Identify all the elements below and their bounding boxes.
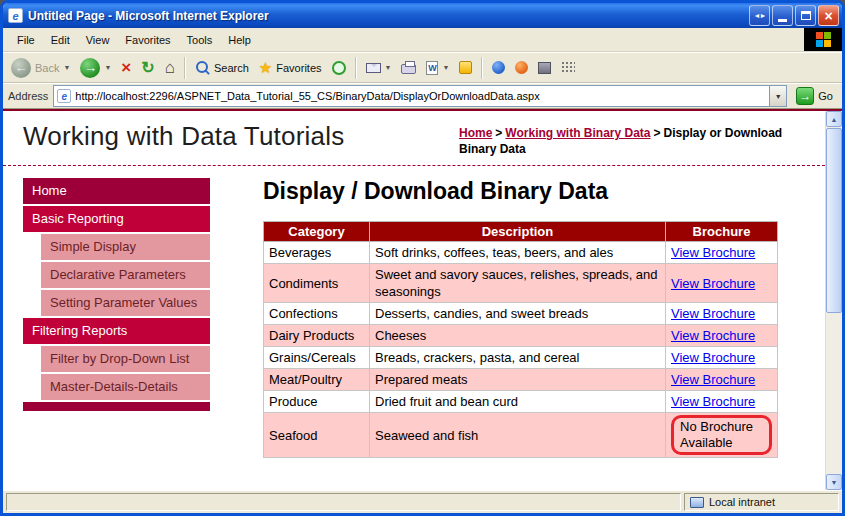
scrollbar-track[interactable] <box>826 314 842 474</box>
description-cell: Desserts, candies, and sweet breads <box>370 303 666 325</box>
minimize-button[interactable] <box>772 5 793 26</box>
back-button[interactable]: ← Back ▼ <box>7 56 74 80</box>
sidebar-item-simple-display[interactable]: Simple Display <box>41 234 210 260</box>
sidebar-item-master-details-details[interactable]: Master-Details-Details <box>41 374 210 400</box>
title-bar[interactable]: e Untitled Page - Microsoft Internet Exp… <box>3 3 842 28</box>
category-cell: Grains/Cereals <box>264 347 370 369</box>
menu-bar: File Edit View Favorites Tools Help <box>3 28 842 52</box>
addon-button-1[interactable] <box>488 59 509 76</box>
sidebar-item-partial[interactable] <box>23 402 210 411</box>
table-row: Produce Dried fruit and bean curd View B… <box>264 391 778 413</box>
menu-favorites[interactable]: Favorites <box>117 31 178 49</box>
mail-dropdown-icon[interactable]: ▼ <box>385 64 392 71</box>
refresh-button[interactable]: ↻ <box>137 58 158 78</box>
brochure-cell: View Brochure <box>666 303 778 325</box>
forward-button[interactable]: → ▼ <box>76 56 115 80</box>
view-brochure-link[interactable]: View Brochure <box>671 394 755 409</box>
building-icon <box>538 62 551 74</box>
edit-button[interactable]: W ▼ <box>422 59 453 77</box>
view-brochure-link[interactable]: View Brochure <box>671 372 755 387</box>
sidebar-nav: Home Basic Reporting Simple Display Decl… <box>23 178 210 411</box>
forward-dropdown-icon[interactable]: ▼ <box>104 64 111 71</box>
description-cell: Cheeses <box>370 325 666 347</box>
sidebar-item-filtering-reports[interactable]: Filtering Reports <box>23 318 210 344</box>
zone-label: Local intranet <box>709 496 775 508</box>
view-brochure-link[interactable]: View Brochure <box>671 276 755 291</box>
print-button[interactable] <box>397 59 420 76</box>
go-label: Go <box>818 90 833 102</box>
address-url[interactable]: http://localhost:2296/ASPNET_Data_Tutori… <box>71 90 769 102</box>
view-brochure-link[interactable]: View Brochure <box>671 306 755 321</box>
scrollbar-thumb[interactable] <box>826 128 842 313</box>
status-bar: Local intranet <box>3 490 842 513</box>
menu-file[interactable]: File <box>9 31 43 49</box>
breadcrumb: Home>Working with Binary Data>Display or… <box>459 121 811 157</box>
table-row: Confections Desserts, candies, and sweet… <box>264 303 778 325</box>
sidebar-item-declarative-parameters[interactable]: Declarative Parameters <box>41 262 210 288</box>
nav-toggle-button[interactable]: ◄► <box>749 5 770 26</box>
window-title: Untitled Page - Microsoft Internet Explo… <box>28 9 744 23</box>
favorites-button[interactable]: ★ Favorites <box>255 58 326 77</box>
brochure-cell: No Brochure Available <box>666 413 778 458</box>
sidebar-item-filter-by-dropdown-list[interactable]: Filter by Drop-Down List <box>41 346 210 372</box>
edit-dropdown-icon[interactable]: ▼ <box>442 64 449 71</box>
close-button[interactable]: × <box>818 5 839 26</box>
history-icon <box>332 61 346 75</box>
stop-button[interactable]: × <box>117 57 135 78</box>
column-header-description: Description <box>370 222 666 242</box>
page-title: Display / Download Binary Data <box>263 178 778 205</box>
brochure-cell: View Brochure <box>666 325 778 347</box>
messenger-button[interactable] <box>455 59 476 76</box>
sidebar-item-basic-reporting[interactable]: Basic Reporting <box>23 206 210 232</box>
table-row: Beverages Soft drinks, coffees, teas, be… <box>264 242 778 264</box>
messenger-icon <box>459 61 472 74</box>
sidebar-item-home[interactable]: Home <box>23 178 210 204</box>
address-input[interactable]: e http://localhost:2296/ASPNET_Data_Tuto… <box>53 85 787 107</box>
scroll-up-button[interactable]: ▲ <box>826 111 842 127</box>
breadcrumb-section-link[interactable]: Working with Binary Data <box>505 126 650 140</box>
view-brochure-link[interactable]: View Brochure <box>671 328 755 343</box>
content-area: Home Basic Reporting Simple Display Decl… <box>3 166 825 490</box>
back-dropdown-icon[interactable]: ▼ <box>63 64 70 71</box>
table-row: Seafood Seaweed and fish No Brochure Ava… <box>264 413 778 458</box>
toolbar-separator <box>481 57 483 79</box>
vertical-scrollbar[interactable]: ▲ ▼ <box>825 111 842 490</box>
mail-button[interactable]: ▼ <box>362 61 396 75</box>
description-cell: Breads, crackers, pasta, and cereal <box>370 347 666 369</box>
toolbar-separator <box>355 57 357 79</box>
addon-button-3[interactable] <box>534 60 555 76</box>
search-button[interactable]: Search <box>191 58 253 77</box>
table-row: Condiments Sweet and savory sauces, reli… <box>264 264 778 303</box>
browser-window: e Untitled Page - Microsoft Internet Exp… <box>0 0 845 516</box>
view-brochure-link[interactable]: View Brochure <box>671 350 755 365</box>
breadcrumb-home-link[interactable]: Home <box>459 126 492 140</box>
status-message-panel <box>6 493 681 511</box>
page-content: Working with Data Tutorials Home>Working… <box>3 111 825 490</box>
minimize-icon <box>778 19 787 22</box>
addon-button-2[interactable] <box>511 59 532 76</box>
menu-edit[interactable]: Edit <box>43 31 78 49</box>
addon-button-4[interactable] <box>557 59 579 76</box>
no-brochure-annotation: No Brochure Available <box>671 415 772 455</box>
menu-tools[interactable]: Tools <box>179 31 221 49</box>
sidebar-item-setting-parameter-values[interactable]: Setting Parameter Values <box>41 290 210 316</box>
home-icon: ⌂ <box>165 59 175 76</box>
go-button[interactable]: → Go <box>792 86 837 106</box>
breadcrumb-separator: > <box>654 126 661 140</box>
toolbar-separator <box>184 57 186 79</box>
window-controls: ◄► × <box>749 5 839 26</box>
home-button[interactable]: ⌂ <box>161 57 179 78</box>
brochure-cell: View Brochure <box>666 369 778 391</box>
view-brochure-link[interactable]: View Brochure <box>671 245 755 260</box>
stop-icon: × <box>121 59 131 76</box>
favorites-star-icon: ★ <box>259 60 272 75</box>
description-cell: Sweet and savory sauces, relishes, sprea… <box>370 264 666 303</box>
category-cell: Meat/Poultry <box>264 369 370 391</box>
address-dropdown-button[interactable]: ▼ <box>769 86 786 106</box>
history-button[interactable] <box>328 59 350 77</box>
description-cell: Dried fruit and bean curd <box>370 391 666 413</box>
menu-view[interactable]: View <box>78 31 118 49</box>
menu-help[interactable]: Help <box>220 31 259 49</box>
scroll-down-button[interactable]: ▼ <box>826 474 842 490</box>
maximize-button[interactable] <box>795 5 816 26</box>
